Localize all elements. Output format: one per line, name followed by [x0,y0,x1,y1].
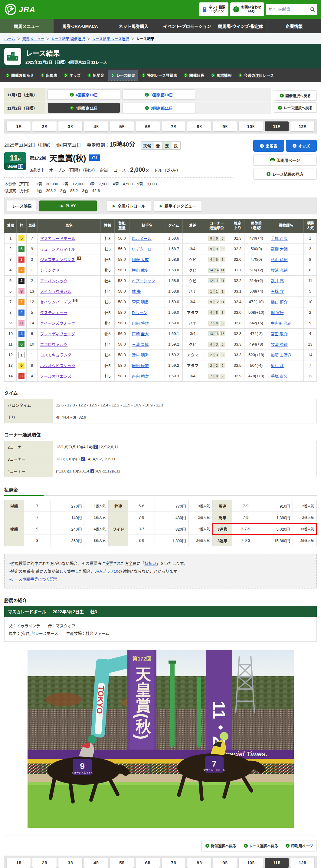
trainer-link[interactable]: 橋口 慎介 [271,300,288,304]
horse-name-link[interactable]: コスモキュランダ [40,353,71,358]
search-input[interactable] [269,7,310,11]
bottom-button[interactable]: ❯印刷用ページ [282,840,317,851]
subnav-item[interactable]: ❯払戻金 [85,70,107,80]
race-number-button[interactable]: 2R [32,858,56,868]
subnav-item[interactable]: ❯レース結果 [108,70,138,80]
note-link[interactable]: 特払い [144,561,156,566]
horse-name-link[interactable]: セイウンハーデス [40,300,71,304]
back-to-meeting-button[interactable]: ∧開催選択へ戻る [274,90,317,100]
jockey-link[interactable]: 丹内 祐次 [132,374,149,379]
subnav-item[interactable]: ❯特別レース登録馬 [139,70,180,80]
bottom-button[interactable]: ∧レース選択へ戻る [240,840,282,851]
meeting-button[interactable]: ∨4回東京11日 [47,103,120,113]
jockey-link[interactable]: 津村 明秀 [132,353,149,358]
jockey-link[interactable]: 岩田 康誠 [132,364,149,368]
shutsuba-button[interactable]: ❯出馬表 [253,140,284,152]
trainer-link[interactable]: 中内田 充正 [271,321,292,326]
race-number-button[interactable]: 8R [187,858,211,868]
subnav-item[interactable]: ❯出馬表 [38,70,60,80]
horse-name-link[interactable]: シランケド [40,268,60,273]
race-number-button[interactable]: 5R [110,121,134,131]
race-number-button[interactable]: 7R [162,858,185,868]
trainer-link[interactable]: 奥村 武 [271,364,284,368]
race-number-button[interactable]: 7R [162,121,185,131]
trainer-link[interactable]: 高柳 大輔 [271,247,288,251]
race-number-button[interactable]: 11R [265,121,289,131]
odds-button[interactable]: ❯オッズ [286,140,317,152]
trainer-link[interactable]: 武井 亮 [271,279,284,283]
trainer-link[interactable]: 杉山 晴紀 [271,257,288,262]
net-vote-login-button[interactable]: ネット投票ログイン [199,2,228,17]
race-number-button[interactable]: 8R [187,121,211,131]
main-nav-item[interactable]: 競馬メニュー [0,19,54,33]
main-nav-item[interactable]: ネット馬券購入 [107,19,160,33]
race-number-button[interactable]: 2R [32,121,56,131]
trainer-link[interactable]: 堀 宣行 [271,310,284,315]
play-button[interactable]: ▶PLAY [39,200,97,211]
trainer-link[interactable]: 牧浦 充徳 [271,342,288,347]
print-page-button[interactable]: 印刷用ページ [253,154,317,166]
jockey-interview-button[interactable]: ▶騎手インタビュー [154,200,202,211]
breadcrumb-link[interactable]: ホーム [4,37,15,41]
race-number-button[interactable]: 9R [213,858,237,868]
race-number-button[interactable]: 12R [290,858,314,868]
horse-name-link[interactable]: ジャスティンパレス [40,257,75,262]
horse-name-link[interactable]: アーバンシック [40,279,68,283]
trainer-link[interactable]: 手塚 貴久 [271,236,288,241]
jockey-link[interactable]: C.ルメール [132,236,151,241]
race-number-button[interactable]: 1R [7,858,31,868]
search-icon[interactable] [310,7,315,12]
horse-name-link[interactable]: ホウオウビスケッツ [40,364,75,368]
horse-name-link[interactable]: ミュージアムマイル [40,247,75,251]
race-number-button[interactable]: 9R [213,121,237,131]
breadcrumb-link[interactable]: レース結果 開催選択 [51,37,85,41]
race-number-button[interactable]: 4R [84,121,108,131]
race-number-button[interactable]: 3R [59,858,82,868]
horse-name-link[interactable]: メイショウタバル [40,289,71,294]
jockey-link[interactable]: D.レーン [132,310,147,315]
subnav-item[interactable]: ❯オッズ [61,70,83,80]
subnav-item[interactable]: ❯開催お知らせ [3,70,37,80]
jockey-link[interactable]: C.デムーロ [132,247,151,251]
trainer-link[interactable]: 加藤 士津八 [271,353,292,358]
trainer-link[interactable]: 手塚 貴久 [271,374,288,379]
subnav-item[interactable]: ❯馬場情報 [209,70,235,80]
jockey-link[interactable]: 三浦 皇成 [132,342,149,347]
jockey-link[interactable]: 団野 大成 [132,257,149,262]
jockey-link[interactable]: 横山 武史 [132,268,149,273]
trainer-link[interactable]: 宮田 敬介 [271,332,288,336]
race-number-button[interactable]: 12R [290,121,314,131]
race-number-button[interactable]: 10R [239,858,262,868]
horse-name-link[interactable]: エコロヴァルツ [40,342,68,347]
race-number-button[interactable]: 3R [59,121,82,131]
jockey-link[interactable]: 戸崎 圭太 [132,332,149,336]
race-number-button[interactable]: 11R [265,858,289,868]
race-number-button[interactable]: 5R [110,858,134,868]
faq-button[interactable]: ? お問い合わせFAQ [230,2,264,17]
meeting-button[interactable]: ❯3回京都10日 [122,89,195,100]
jockey-link[interactable]: 川田 将雅 [132,321,149,326]
note-link[interactable]: レースや騎手等につく記号 [10,577,58,582]
jockey-link[interactable]: 武 豊 [132,289,141,294]
jockey-link[interactable]: A.プーシャン [132,279,155,283]
main-nav-item[interactable]: 馬券・JRA-UMACA [54,19,107,33]
race-number-button[interactable]: 10R [239,121,262,131]
race-number-button[interactable]: 6R [136,121,159,131]
main-nav-item[interactable]: 競馬場・ウインズ・指定席 [214,19,268,33]
horse-name-link[interactable]: ソールオリエンス [40,374,71,379]
horse-name-link[interactable]: ブレイディヴェーグ [40,332,75,336]
main-nav-item[interactable]: 企業情報 [268,19,321,33]
race-number-button[interactable]: 6R [136,858,159,868]
horse-name-link[interactable]: クイーンズウォーク [40,321,75,326]
subnav-item[interactable]: ❯開催日程 [181,70,207,80]
patrol-video-button[interactable]: ▶全周パトロール [107,200,151,211]
subnav-item[interactable]: ❯今週の注目レース [236,70,277,80]
main-nav-item[interactable]: イベント・プロモーション [160,19,214,33]
meeting-button[interactable]: ❯3回京都11日 [122,103,195,113]
jockey-link[interactable]: 菅原 明良 [132,300,149,304]
race-number-button[interactable]: 4R [84,858,108,868]
race-number-button[interactable]: 1R [7,121,31,131]
note-link[interactable]: JRAプラス10 [95,569,118,574]
bottom-button[interactable]: ∧開催選択へ戻る [202,840,240,851]
horse-name-link[interactable]: マスカレードボール [40,236,75,241]
